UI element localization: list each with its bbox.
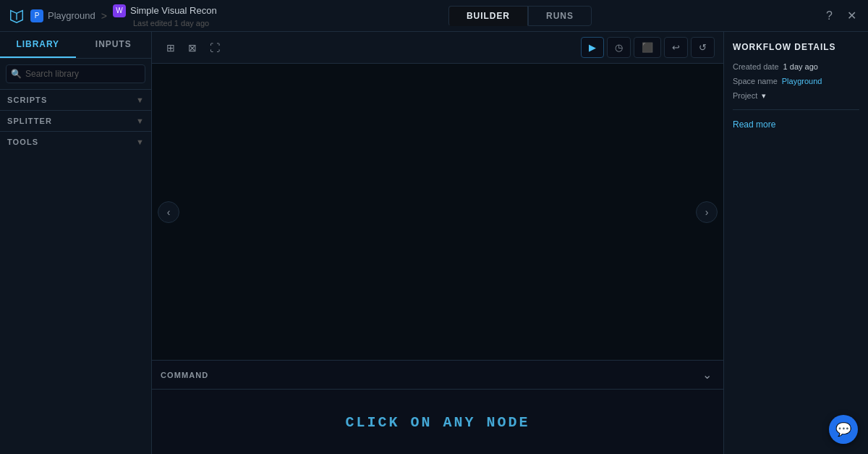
project-label: Project: [733, 91, 757, 100]
command-panel: COMMAND ⌄ CLICK ON ANY NODE: [152, 360, 723, 454]
expand-icon: ⛶: [210, 42, 220, 54]
canvas-nav-left-button[interactable]: ‹: [158, 201, 179, 223]
tab-runs[interactable]: RUNS: [528, 6, 592, 26]
search-box: 🔍: [6, 64, 145, 83]
chevron-tools-icon: ▼: [136, 138, 144, 146]
main-layout: LIBRARY INPUTS 🔍 SCRIPTS ▼ SPLITTER ▼ TO…: [0, 32, 868, 454]
space-name-label: Space name: [733, 77, 778, 85]
canvas-toolbar: ⊞ ⊠ ⛶ ▶ ◷ ⬛ ↩: [152, 32, 723, 64]
command-collapse-button[interactable]: ⌄: [699, 365, 715, 384]
section-splitter-label: SPLITTER: [7, 117, 52, 125]
canvas-action-group: ▶ ◷ ⬛ ↩ ↺: [581, 37, 715, 58]
detail-row-created: Created date 1 day ago: [733, 62, 859, 71]
chat-bubble-button[interactable]: 💬: [829, 415, 858, 444]
topbar-right: ? ✕: [823, 6, 859, 25]
project-dropdown[interactable]: ▾: [762, 91, 766, 101]
topbar-left: P Playground > W Simple Visual Recon Las…: [9, 4, 217, 28]
brand-logo-icon: [9, 8, 25, 24]
section-scripts[interactable]: SCRIPTS ▼: [0, 89, 151, 110]
history-button[interactable]: ↺: [691, 37, 715, 58]
canvas-main[interactable]: ‹ ›: [152, 64, 723, 360]
breadcrumb-space-label: Playground: [48, 10, 95, 21]
divider: [733, 109, 859, 110]
sidebar-tab-library[interactable]: LIBRARY: [0, 32, 76, 58]
created-date-label: Created date: [733, 62, 779, 71]
sidebar-tabs: LIBRARY INPUTS: [0, 32, 151, 59]
space-name-value[interactable]: Playground: [782, 77, 822, 85]
run-button[interactable]: ▶: [581, 37, 604, 58]
chevron-right-icon: ›: [705, 206, 709, 218]
save-icon: ⬛: [642, 42, 653, 53]
cursor-icon: ⊠: [188, 42, 197, 54]
click-any-node-text: CLICK ON ANY NODE: [345, 414, 529, 431]
breadcrumb-sep: >: [101, 10, 107, 22]
read-more-button[interactable]: Read more: [733, 119, 775, 130]
command-body: CLICK ON ANY NODE: [152, 390, 723, 454]
canvas-tool-group: ⊞ ⊠ ⛶: [161, 38, 226, 58]
topbar: P Playground > W Simple Visual Recon Las…: [0, 0, 868, 32]
history-icon: ↺: [699, 42, 707, 53]
command-header: COMMAND ⌄: [152, 361, 723, 390]
workflow-icon: W: [113, 4, 126, 17]
chevron-scripts-icon: ▼: [136, 96, 144, 104]
play-icon: ▶: [589, 42, 596, 53]
tool-cursor-button[interactable]: ⊠: [182, 38, 203, 58]
save-button[interactable]: ⬛: [634, 37, 661, 58]
tool-grid-button[interactable]: ⊞: [161, 38, 181, 58]
canvas-area: ⊞ ⊠ ⛶ ▶ ◷ ⬛ ↩: [152, 32, 723, 454]
chevron-left-icon: ‹: [167, 206, 171, 218]
detail-row-project: Project ▾: [733, 91, 859, 101]
help-button[interactable]: ?: [823, 7, 835, 25]
last-edited-text: Last edited 1 day ago: [133, 19, 217, 28]
section-scripts-label: SCRIPTS: [7, 96, 47, 104]
tool-expand-button[interactable]: ⛶: [204, 38, 226, 58]
topbar-tabs: BUILDER RUNS: [448, 6, 592, 26]
breadcrumb-workflow[interactable]: W Simple Visual Recon: [113, 4, 217, 17]
breadcrumb-workflow-label: Simple Visual Recon: [130, 5, 217, 16]
help-icon: ?: [826, 9, 833, 22]
collapse-icon: ⌄: [702, 368, 712, 382]
space-icon: P: [30, 9, 43, 22]
grid-icon: ⊞: [166, 42, 175, 54]
timer-icon: ◷: [615, 42, 623, 53]
sidebar-tab-inputs[interactable]: INPUTS: [76, 32, 152, 58]
command-title: COMMAND: [161, 371, 208, 379]
undo-button[interactable]: ↩: [664, 37, 688, 58]
canvas-nav-right-button[interactable]: ›: [696, 201, 718, 223]
chevron-splitter-icon: ▼: [136, 117, 144, 125]
detail-row-space: Space name Playground: [733, 77, 859, 85]
chat-icon: 💬: [835, 421, 851, 437]
section-tools[interactable]: TOOLS ▼: [0, 131, 151, 152]
tab-builder[interactable]: BUILDER: [448, 6, 528, 26]
search-icon: 🔍: [11, 69, 22, 79]
section-splitter[interactable]: SPLITTER ▼: [0, 110, 151, 131]
breadcrumb-space[interactable]: P Playground: [30, 9, 95, 22]
right-panel: WORKFLOW DETAILS Created date 1 day ago …: [723, 32, 868, 454]
close-icon: ✕: [847, 9, 856, 22]
workflow-details-title: WORKFLOW DETAILS: [733, 42, 859, 52]
section-tools-label: TOOLS: [7, 138, 38, 146]
sidebar: LIBRARY INPUTS 🔍 SCRIPTS ▼ SPLITTER ▼ TO…: [0, 32, 152, 454]
undo-icon: ↩: [672, 42, 680, 53]
close-button[interactable]: ✕: [844, 6, 859, 25]
schedule-button[interactable]: ◷: [607, 37, 631, 58]
search-input[interactable]: [6, 64, 145, 83]
created-date-value: 1 day ago: [783, 62, 818, 71]
